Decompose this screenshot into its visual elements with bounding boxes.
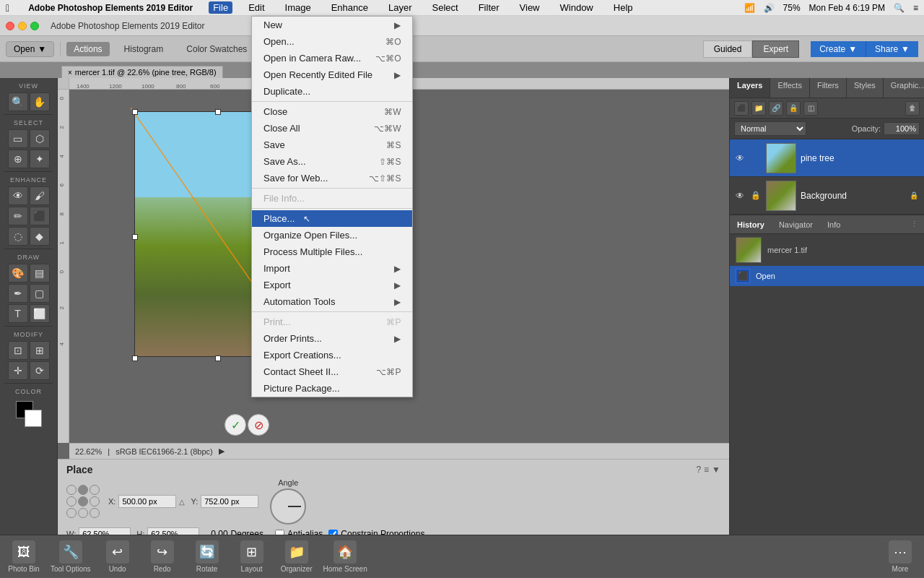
origin-tm[interactable] bbox=[78, 485, 88, 495]
layout-tool[interactable]: ⊞ Layout bbox=[234, 540, 270, 573]
collapse-icon[interactable]: ▼ bbox=[712, 465, 720, 475]
transform-tool-button[interactable]: ⊞ bbox=[30, 341, 50, 360]
menu-export[interactable]: Export ▶ bbox=[252, 277, 412, 293]
share-button[interactable]: Share ▼ bbox=[866, 41, 918, 57]
options-menu-icon[interactable]: ≡ bbox=[704, 465, 709, 475]
shape-tool-button[interactable]: ▢ bbox=[30, 284, 50, 303]
history-extra-menu[interactable]: ⋮ bbox=[905, 217, 924, 231]
new-layer-button[interactable]: ⬛ bbox=[734, 101, 749, 116]
foreground-background-colors[interactable] bbox=[16, 401, 42, 427]
help-icon[interactable]: ? bbox=[696, 465, 701, 475]
effects-tab[interactable]: Effects bbox=[770, 78, 809, 98]
menu-close-all[interactable]: Close All ⌥⌘W bbox=[252, 120, 412, 137]
layer-visibility-pine[interactable]: 👁 bbox=[734, 152, 746, 164]
background-color[interactable] bbox=[25, 410, 42, 427]
menubar-filter[interactable]: Filter bbox=[474, 1, 504, 14]
menu-save-web[interactable]: Save for Web... ⌥⇧⌘S bbox=[252, 170, 412, 186]
origin-mr[interactable] bbox=[90, 496, 100, 506]
layer-visibility-bg[interactable]: 👁 bbox=[734, 190, 746, 202]
menu-duplicate[interactable]: Duplicate... bbox=[252, 83, 412, 100]
organizer-tool[interactable]: 📁 Organizer bbox=[279, 540, 315, 573]
guided-mode-button[interactable]: Guided bbox=[703, 40, 753, 58]
transform-handle-bl[interactable] bbox=[132, 355, 138, 361]
menu-open[interactable]: Open... ⌘O bbox=[252, 33, 412, 50]
menubar-file[interactable]: File bbox=[209, 1, 232, 14]
more-tool[interactable]: ⋯ More bbox=[882, 540, 918, 573]
paint-bucket-button[interactable]: 🎨 bbox=[8, 264, 28, 282]
history-mercer-item[interactable]: mercer 1.tif bbox=[730, 234, 924, 266]
gradient-tool-button[interactable]: ▤ bbox=[30, 264, 50, 282]
menu-process-multiple[interactable]: Process Multiple Files... bbox=[252, 243, 412, 260]
lasso-tool-button[interactable]: ⬡ bbox=[30, 129, 50, 148]
navigator-tab[interactable]: Navigator bbox=[772, 218, 820, 231]
origin-mm[interactable] bbox=[78, 496, 88, 506]
menubar-enhance[interactable]: Enhance bbox=[327, 1, 372, 14]
origin-bm[interactable] bbox=[78, 508, 88, 518]
menu-close[interactable]: Close ⌘W bbox=[252, 103, 412, 120]
menu-open-recent[interactable]: Open Recently Edited File ▶ bbox=[252, 66, 412, 83]
status-expand-icon[interactable]: ▶ bbox=[219, 447, 225, 456]
h-value-input[interactable] bbox=[147, 527, 199, 535]
eraser-tool-button[interactable]: ⬜ bbox=[30, 304, 50, 323]
zoom-tool-button[interactable]: 🔍 bbox=[8, 92, 28, 111]
link-layers-button[interactable]: 🔗 bbox=[769, 101, 783, 116]
menu-place[interactable]: Place... ↖ bbox=[252, 210, 412, 227]
origin-ml[interactable] bbox=[66, 496, 77, 506]
menubar-layer[interactable]: Layer bbox=[384, 1, 417, 14]
menu-print[interactable]: Print... ⌘P bbox=[252, 314, 412, 330]
menu-contact-sheet[interactable]: Contact Sheet II... ⌥⌘P bbox=[252, 363, 412, 380]
menu-open-camera-raw[interactable]: Open in Camera Raw... ⌥⌘O bbox=[252, 50, 412, 66]
antialias-checkbox[interactable] bbox=[275, 530, 284, 535]
origin-br[interactable] bbox=[90, 508, 100, 518]
tab-actions[interactable]: Actions bbox=[66, 42, 109, 56]
filters-tab[interactable]: Filters bbox=[810, 78, 847, 98]
styles-tab[interactable]: Styles bbox=[847, 78, 884, 98]
heal-tool-button[interactable]: ⬛ bbox=[30, 207, 50, 225]
tab-histogram[interactable]: Histogram bbox=[116, 41, 173, 57]
photo-bin-tool[interactable]: 🖼 Photo Bin bbox=[6, 540, 42, 573]
quick-select-button[interactable]: ⊕ bbox=[8, 150, 28, 168]
home-screen-tool[interactable]: 🏠 Home Screen bbox=[323, 540, 367, 573]
menubar-help[interactable]: Help bbox=[609, 1, 637, 14]
layer-item-pine-tree[interactable]: 👁 pine tree bbox=[730, 139, 924, 177]
y-value-input[interactable] bbox=[201, 495, 258, 508]
clipping-mask-button[interactable]: ◫ bbox=[803, 101, 818, 116]
create-button[interactable]: Create ▼ bbox=[811, 41, 866, 57]
menu-file-info[interactable]: File Info... bbox=[252, 190, 412, 207]
origin-tr[interactable] bbox=[90, 485, 100, 495]
clone-tool-button[interactable]: ✏ bbox=[8, 207, 28, 225]
constrain-proportions-checkbox[interactable] bbox=[328, 530, 338, 535]
blur-tool-button[interactable]: ◌ bbox=[8, 227, 28, 246]
search-icon[interactable]: 🔍 bbox=[894, 3, 905, 13]
transform-handle-ml[interactable] bbox=[132, 234, 138, 240]
menubar-select[interactable]: Select bbox=[428, 1, 463, 14]
marquee-tool-button[interactable]: ▭ bbox=[8, 129, 28, 148]
tab-color-swatches[interactable]: Color Swatches bbox=[178, 41, 256, 57]
x-value-input[interactable] bbox=[118, 495, 176, 508]
menubar-window[interactable]: Window bbox=[556, 1, 598, 14]
menu-organize-files[interactable]: Organize Open Files... bbox=[252, 227, 412, 243]
hand-tool-button[interactable]: ✋ bbox=[30, 92, 50, 111]
move-tool-button[interactable]: ✛ bbox=[8, 361, 28, 380]
w-value-input[interactable] bbox=[79, 527, 131, 535]
warp-tool-button[interactable]: ⟳ bbox=[30, 361, 50, 380]
layer-item-background[interactable]: 👁 🔒 Background 🔒 bbox=[730, 177, 924, 215]
menubar-view[interactable]: View bbox=[515, 1, 544, 14]
confirm-transform-button[interactable]: ✓ bbox=[225, 414, 246, 436]
origin-tl[interactable] bbox=[66, 485, 77, 495]
history-open-item[interactable]: ⬛ Open bbox=[730, 266, 924, 286]
close-window-button[interactable] bbox=[6, 22, 14, 30]
menu-export-creations[interactable]: Export Creations... bbox=[252, 347, 412, 363]
text-tool-button[interactable]: T bbox=[8, 304, 28, 323]
transform-handle-tl[interactable] bbox=[132, 109, 138, 115]
brush-tool-button[interactable]: 🖌 bbox=[30, 186, 50, 205]
graphics-tab[interactable]: Graphic... bbox=[884, 78, 924, 98]
eye-tool-button[interactable]: 👁 bbox=[8, 186, 28, 205]
menubar-edit[interactable]: Edit bbox=[244, 1, 269, 14]
minimize-window-button[interactable] bbox=[18, 22, 27, 30]
file-tab-close[interactable]: × bbox=[68, 69, 72, 77]
redo-tool[interactable]: ↪ Redo bbox=[144, 540, 180, 573]
menu-save-as[interactable]: Save As... ⇧⌘S bbox=[252, 153, 412, 170]
layers-tab[interactable]: Layers bbox=[730, 78, 770, 98]
open-dropdown-button[interactable]: Open ▼ bbox=[6, 41, 54, 57]
